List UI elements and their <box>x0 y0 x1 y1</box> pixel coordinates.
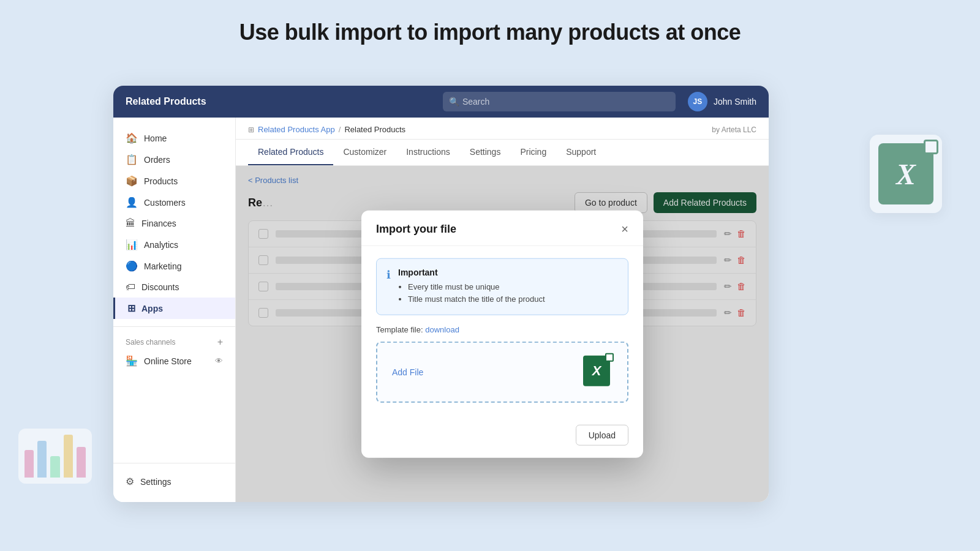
drop-zone[interactable]: Add File X <box>376 342 628 403</box>
sidebar-item-finances[interactable]: 🏛 Finances <box>113 213 235 234</box>
marketing-icon: 🔵 <box>126 260 138 272</box>
app-body: 🏠 Home 📋 Orders 📦 Products 👤 Customers 🏛… <box>113 118 769 502</box>
sidebar-apps-label: Apps <box>141 304 163 313</box>
topbar: Related Products 🔍 JS John Smith <box>113 86 769 118</box>
sidebar-item-marketing[interactable]: 🔵 Marketing <box>113 255 235 277</box>
sidebar-item-analytics[interactable]: 📊 Analytics <box>113 234 235 255</box>
add-sales-channel-button[interactable]: + <box>217 337 223 348</box>
user-avatar: JS <box>688 92 707 111</box>
search-icon: 🔍 <box>449 97 459 107</box>
topbar-logo: Related Products <box>126 96 206 107</box>
sidebar-item-home[interactable]: 🏠 Home <box>113 127 235 149</box>
info-icon: ℹ <box>386 268 391 306</box>
excel-tab <box>605 353 614 362</box>
sidebar-analytics-label: Analytics <box>144 240 178 250</box>
customers-icon: 👤 <box>126 197 138 208</box>
tab-pricing[interactable]: Pricing <box>510 140 556 165</box>
notice-item-2: Title must match the title of the produc… <box>408 293 545 306</box>
upload-button[interactable]: Upload <box>576 425 628 446</box>
sidebar-products-label: Products <box>144 176 178 186</box>
search-wrapper: 🔍 <box>443 92 676 111</box>
sidebar-item-settings[interactable]: ⚙ Settings <box>113 471 235 492</box>
sidebar-item-apps[interactable]: ⊞ Apps <box>113 298 235 319</box>
breadcrumb-app-icon: ⊞ <box>248 126 254 134</box>
user-menu[interactable]: JS John Smith <box>688 92 756 111</box>
breadcrumb: ⊞ Related Products App / Related Product… <box>236 118 769 140</box>
tabs: Related Products Customizer Instructions… <box>236 140 769 166</box>
sidebar: 🏠 Home 📋 Orders 📦 Products 👤 Customers 🏛… <box>113 118 236 502</box>
add-file-button[interactable]: Add File <box>392 367 423 377</box>
modal-header: Import your file × <box>361 210 643 246</box>
modal-body: ℹ Important Every title must be unique T… <box>361 246 643 425</box>
breadcrumb-app-link[interactable]: Related Products App <box>258 125 335 134</box>
search-input[interactable] <box>443 92 676 111</box>
sidebar-item-online-store[interactable]: 🏪 Online Store 👁 <box>113 350 235 372</box>
tab-settings[interactable]: Settings <box>460 140 511 165</box>
products-icon: 📦 <box>126 175 138 187</box>
sidebar-bottom: ⚙ Settings <box>113 455 235 492</box>
modal-footer: Upload <box>361 425 643 458</box>
app-container: Related Products 🔍 JS John Smith 🏠 Home … <box>113 86 769 502</box>
notice-content: Important Every title must be unique Tit… <box>398 267 545 306</box>
tab-related-products[interactable]: Related Products <box>248 140 333 165</box>
breadcrumb-by: by Arteta LLC <box>712 126 756 134</box>
notice-list: Every title must be unique Title must ma… <box>398 280 545 306</box>
template-download-link[interactable]: download <box>425 325 459 334</box>
excel-file-icon: X <box>583 356 612 389</box>
template-line: Template file: download <box>376 325 628 334</box>
sidebar-marketing-label: Marketing <box>144 261 181 271</box>
sidebar-item-orders[interactable]: 📋 Orders <box>113 149 235 170</box>
home-icon: 🏠 <box>126 132 138 144</box>
notice-title: Important <box>398 267 545 277</box>
breadcrumb-left: ⊞ Related Products App / Related Product… <box>248 125 405 134</box>
excel-x-letter: X <box>592 363 601 379</box>
analytics-icon: 📊 <box>126 239 138 250</box>
user-name: John Smith <box>714 97 756 107</box>
main-content: ⊞ Related Products App / Related Product… <box>236 118 769 502</box>
notice-item-1: Every title must be unique <box>408 280 545 293</box>
discounts-icon: 🏷 <box>126 282 135 293</box>
sidebar-discounts-label: Discounts <box>141 282 179 292</box>
modal-title: Import your file <box>376 222 456 235</box>
online-store-icon: 🏪 <box>126 355 138 367</box>
breadcrumb-current: Related Products <box>344 125 405 134</box>
tab-support[interactable]: Support <box>556 140 606 165</box>
sidebar-customers-label: Customers <box>144 198 186 208</box>
sidebar-item-products[interactable]: 📦 Products <box>113 170 235 192</box>
decorative-excel-icon: X <box>870 135 956 220</box>
modal-close-button[interactable]: × <box>621 223 628 235</box>
breadcrumb-separator: / <box>339 125 341 134</box>
sidebar-item-discounts[interactable]: 🏷 Discounts <box>113 277 235 298</box>
tab-instructions[interactable]: Instructions <box>396 140 460 165</box>
decorative-chart <box>18 429 92 502</box>
page-title: Use bulk import to import many products … <box>0 0 980 45</box>
sidebar-divider <box>113 326 235 327</box>
tab-customizer[interactable]: Customizer <box>333 140 396 165</box>
settings-icon: ⚙ <box>126 476 134 487</box>
import-modal: Import your file × ℹ Important Every tit… <box>361 210 643 458</box>
apps-icon: ⊞ <box>127 302 135 314</box>
notice-box: ℹ Important Every title must be unique T… <box>376 258 628 315</box>
sales-channels-section: Sales channels + <box>113 334 235 350</box>
sidebar-item-customers[interactable]: 👤 Customers <box>113 192 235 213</box>
online-store-visibility-icon[interactable]: 👁 <box>215 356 223 365</box>
sidebar-finances-label: Finances <box>141 219 176 228</box>
content-area: < Products list Re… Go to product Add Re… <box>236 166 769 502</box>
finances-icon: 🏛 <box>126 218 135 229</box>
orders-icon: 📋 <box>126 154 138 165</box>
sidebar-bottom-divider <box>113 463 235 463</box>
